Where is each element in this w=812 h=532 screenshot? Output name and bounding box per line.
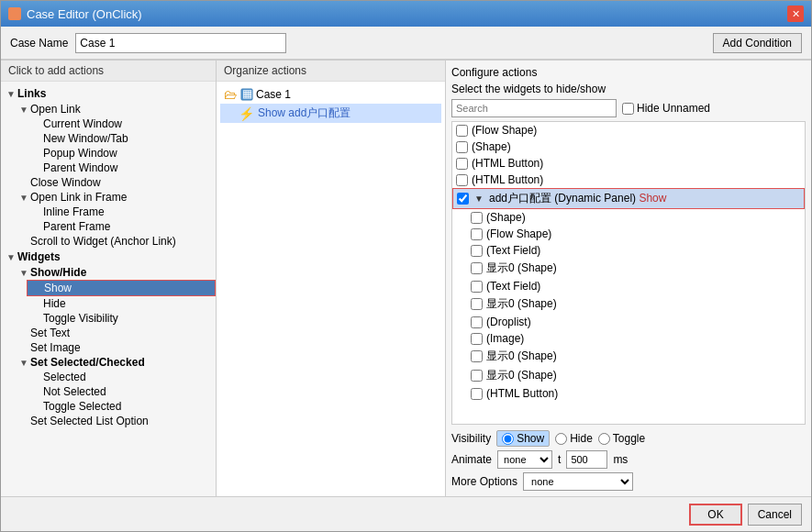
widgets-label: Widgets bbox=[17, 250, 61, 263]
show-hide-label: Show/Hide bbox=[30, 266, 86, 279]
sidebar-item-current-window[interactable]: Current Window bbox=[27, 116, 216, 131]
more-options-row: More Options none bbox=[451, 472, 806, 491]
dynamic-panel-row[interactable]: ▼ add户口配置 (Dynamic Panel) Show bbox=[452, 188, 805, 209]
scroll-to-widget-label: Scroll to Widget (Anchor Link) bbox=[30, 235, 176, 248]
visibility-label: Visibility bbox=[451, 432, 491, 445]
widget-row[interactable]: (HTML Button) bbox=[452, 172, 805, 188]
animate-dropdown[interactable]: none bbox=[497, 450, 552, 469]
time-input[interactable] bbox=[566, 450, 607, 469]
widget-row[interactable]: (Image) bbox=[452, 330, 805, 347]
widget-row[interactable]: 显示0 (Shape) bbox=[452, 347, 805, 366]
sidebar-item-new-window[interactable]: New Window/Tab bbox=[27, 131, 216, 146]
visibility-hide-radio[interactable] bbox=[555, 433, 567, 445]
widget-row[interactable]: 显示0 (Shape) bbox=[452, 294, 805, 314]
widget-checkbox[interactable] bbox=[456, 141, 468, 153]
widget-checkbox[interactable] bbox=[471, 333, 483, 345]
widget-checkbox[interactable] bbox=[471, 316, 483, 328]
widget-checkbox[interactable] bbox=[471, 228, 483, 240]
sidebar-item-inline-frame[interactable]: Inline Frame bbox=[27, 205, 216, 219]
sidebar-item-widgets[interactable]: ▼ Widgets bbox=[1, 249, 216, 265]
action-item[interactable]: ⚡ Show add户口配置 bbox=[220, 104, 441, 123]
sidebar-item-hide[interactable]: Hide bbox=[27, 296, 216, 311]
sidebar-item-popup-window[interactable]: Popup Window bbox=[27, 146, 216, 161]
widget-row[interactable]: (Shape) bbox=[452, 139, 805, 155]
widget-row[interactable]: (Text Field) bbox=[452, 278, 805, 294]
sidebar-item-close-window[interactable]: Close Window bbox=[14, 175, 216, 190]
add-condition-button[interactable]: Add Condition bbox=[713, 33, 802, 53]
ok-button[interactable]: OK bbox=[689, 504, 741, 526]
sidebar-item-links[interactable]: ▼ Links bbox=[1, 85, 216, 102]
widget-checkbox[interactable] bbox=[471, 212, 483, 224]
sidebar-item-set-selected-list[interactable]: Set Selected List Option bbox=[14, 414, 216, 428]
case-name-label: Case Name bbox=[10, 37, 68, 50]
hide-unnamed-checkbox[interactable] bbox=[622, 103, 634, 115]
set-selected-list-label: Set Selected List Option bbox=[30, 415, 149, 427]
widget-checkbox[interactable] bbox=[456, 158, 468, 170]
sidebar-item-scroll-to-widget[interactable]: Scroll to Widget (Anchor Link) bbox=[14, 234, 216, 249]
visibility-hide-option[interactable]: Hide bbox=[555, 432, 593, 445]
visibility-show-radio[interactable] bbox=[502, 433, 514, 445]
right-panel: Configure actions Select the widgets to … bbox=[446, 61, 811, 496]
sidebar-item-selected[interactable]: Selected bbox=[27, 370, 216, 384]
visibility-toggle-label: Toggle bbox=[613, 432, 645, 445]
sidebar-item-show-hide[interactable]: ▼ Show/Hide bbox=[14, 265, 216, 280]
sidebar-item-toggle-selected[interactable]: Toggle Selected bbox=[27, 399, 216, 414]
sidebar-item-not-selected[interactable]: Not Selected bbox=[27, 384, 216, 399]
widget-checkbox[interactable] bbox=[456, 125, 468, 137]
widget-row[interactable]: (Droplist) bbox=[452, 314, 805, 330]
visibility-show-label: Show bbox=[517, 432, 544, 445]
expand-icon: ▼ bbox=[5, 252, 17, 262]
selected-label: Selected bbox=[43, 371, 86, 383]
widget-search-input[interactable] bbox=[451, 99, 617, 117]
widget-row[interactable]: (Text Field) bbox=[452, 242, 805, 259]
sidebar-item-open-link-frame[interactable]: ▼ Open Link in Frame bbox=[14, 190, 216, 205]
sidebar-item-parent-frame[interactable]: Parent Frame bbox=[27, 219, 216, 234]
configure-header: Configure actions bbox=[451, 66, 806, 79]
widget-checkbox[interactable] bbox=[471, 245, 483, 257]
action-tree: ▼ Links ▼ Open Link Current Window New W… bbox=[1, 82, 216, 496]
title-bar-left: Case Editor (OnClick) bbox=[8, 7, 142, 21]
case-name-input[interactable] bbox=[75, 33, 286, 53]
widget-row[interactable]: (Flow Shape) bbox=[452, 122, 805, 139]
select-widgets-label: Select the widgets to hide/show bbox=[451, 83, 806, 95]
hide-unnamed-label: Hide Unnamed bbox=[637, 102, 710, 115]
widget-checkbox[interactable] bbox=[471, 388, 483, 400]
widget-row[interactable]: (Flow Shape) bbox=[452, 226, 805, 242]
sidebar-item-set-selected-checked[interactable]: ▼ Set Selected/Checked bbox=[14, 355, 216, 370]
widget-checkbox[interactable] bbox=[471, 262, 483, 274]
sidebar-item-set-text[interactable]: Set Text bbox=[14, 326, 216, 340]
popup-window-label: Popup Window bbox=[43, 147, 117, 160]
visibility-toggle-radio[interactable] bbox=[598, 433, 610, 445]
sidebar-item-parent-window[interactable]: Parent Window bbox=[27, 161, 216, 175]
visibility-show-option[interactable]: Show bbox=[496, 430, 550, 447]
widget-name: 显示0 (Shape) bbox=[486, 368, 557, 383]
sidebar-item-open-link[interactable]: ▼ Open Link bbox=[14, 102, 216, 116]
parent-window-label: Parent Window bbox=[43, 161, 117, 174]
left-panel-header: Click to add actions bbox=[1, 61, 216, 82]
app-icon bbox=[8, 7, 21, 20]
close-button[interactable]: ✕ bbox=[787, 6, 804, 22]
widget-checkbox[interactable] bbox=[457, 193, 469, 205]
title-bar: Case Editor (OnClick) ✕ bbox=[1, 1, 811, 27]
widget-row[interactable]: 显示0 (Shape) bbox=[452, 259, 805, 278]
case-item[interactable]: 🗁 ▦ Case 1 bbox=[220, 85, 441, 104]
sidebar-item-show[interactable]: Show bbox=[27, 280, 216, 296]
svg-text:▦: ▦ bbox=[242, 88, 252, 100]
widget-row[interactable]: (Shape) bbox=[452, 209, 805, 226]
widget-row[interactable]: (HTML Button) bbox=[452, 385, 805, 402]
case-label: Case 1 bbox=[256, 88, 291, 101]
sidebar-item-toggle-visibility[interactable]: Toggle Visibility bbox=[27, 311, 216, 326]
cancel-button[interactable]: Cancel bbox=[748, 504, 802, 526]
widget-checkbox[interactable] bbox=[471, 370, 483, 382]
widget-checkbox[interactable] bbox=[471, 298, 483, 310]
widget-checkbox[interactable] bbox=[471, 350, 483, 362]
widget-row[interactable]: (HTML Button) bbox=[452, 155, 805, 172]
sidebar-item-set-image[interactable]: Set Image bbox=[14, 340, 216, 355]
show-label: Show bbox=[44, 282, 72, 294]
visibility-toggle-option[interactable]: Toggle bbox=[598, 432, 645, 445]
more-options-dropdown[interactable]: none bbox=[523, 472, 633, 491]
expand-icon: ▼ bbox=[17, 358, 30, 368]
widget-row[interactable]: 显示0 (Shape) bbox=[452, 366, 805, 385]
widget-checkbox[interactable] bbox=[456, 174, 468, 186]
widget-checkbox[interactable] bbox=[471, 281, 483, 293]
